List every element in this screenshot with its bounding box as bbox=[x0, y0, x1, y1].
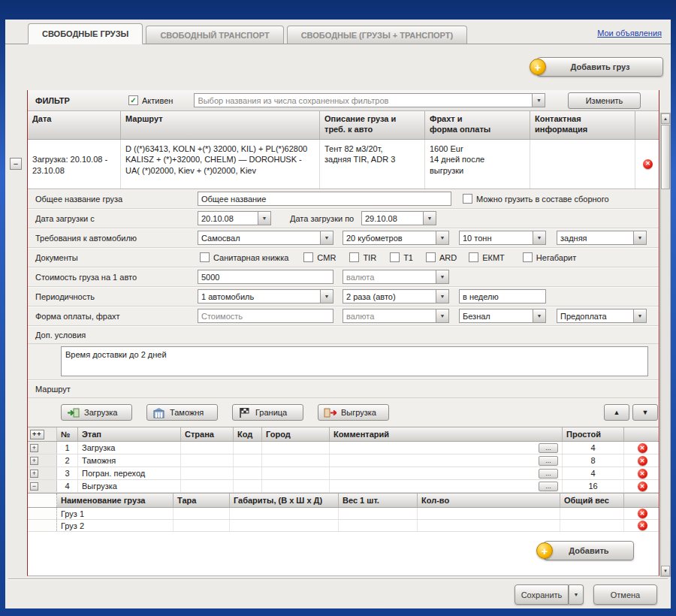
add-customs-stage-button[interactable]: Таможня bbox=[146, 404, 218, 421]
doc-oversize-checkbox[interactable] bbox=[523, 252, 533, 262]
my-ads-link[interactable]: Мои объявления bbox=[597, 29, 662, 38]
conditions-textarea[interactable]: Время доставки до 2 дней bbox=[61, 346, 648, 376]
delete-icon[interactable]: ✕ bbox=[638, 521, 647, 530]
cargo-row[interactable]: Груз 2 ✕ bbox=[28, 520, 659, 532]
cargo-col-tare[interactable]: Тара bbox=[174, 494, 230, 507]
doc-ekmt-checkbox[interactable] bbox=[469, 252, 478, 262]
route-col-city[interactable]: Город bbox=[262, 427, 330, 441]
add-loading-stage-button[interactable]: Загрузка bbox=[61, 404, 132, 421]
vehicle-loading-dropdown[interactable]: задняя ▼ bbox=[557, 231, 647, 245]
route-row[interactable]: + 2 Таможня ... 8 ✕ bbox=[28, 454, 659, 467]
save-button[interactable]: Сохранить bbox=[515, 584, 569, 605]
vertical-scrollbar[interactable]: ▲ ▼ bbox=[660, 113, 671, 577]
delete-icon[interactable]: ✕ bbox=[638, 469, 647, 479]
comment-browse-button[interactable]: ... bbox=[539, 469, 558, 479]
scroll-up-button[interactable]: ▲ bbox=[661, 113, 670, 124]
tab-free-cargo[interactable]: СВОБОДНЫЕ ГРУЗЫ bbox=[28, 23, 143, 44]
expand-row-button[interactable]: + bbox=[30, 444, 38, 452]
payment-prepay-dropdown[interactable]: Предоплата ▼ bbox=[557, 309, 647, 323]
filter-preset-value: Выбор названия из числа сохраненных филь… bbox=[195, 94, 532, 107]
comment-browse-button[interactable]: ... bbox=[539, 456, 558, 466]
delete-icon[interactable]: ✕ bbox=[638, 443, 647, 453]
cost-input[interactable] bbox=[198, 270, 333, 284]
tab-free-both[interactable]: СВОБОДНЫЕ (ГРУЗЫ + ТРАНСПОРТ) bbox=[287, 26, 468, 44]
periodicity-times-dropdown[interactable]: 2 раза (авто) ▼ bbox=[343, 289, 449, 303]
route-row[interactable]: + 3 Погран. переход ... 4 ✕ bbox=[28, 467, 659, 480]
doc-tir-checkbox[interactable] bbox=[349, 252, 359, 262]
cargo-col-dims[interactable]: Габариты, (В х Ш х Д) bbox=[230, 494, 339, 507]
collapse-row-button[interactable]: − bbox=[10, 158, 22, 170]
payment-method-dropdown[interactable]: Безнал ▼ bbox=[459, 309, 546, 323]
tab-free-transport[interactable]: СВОБОДНЫЙ ТРАНСПОРТ bbox=[146, 26, 283, 44]
expand-row-button[interactable]: + bbox=[30, 457, 38, 465]
periodicity-vehicles-dropdown[interactable]: 1 автомобиль ▼ bbox=[198, 289, 333, 303]
cell-num: 2 bbox=[57, 454, 78, 467]
route-col-code[interactable]: Код bbox=[234, 427, 262, 441]
route-col-stage[interactable]: Этап bbox=[78, 427, 181, 441]
vehicle-weight-dropdown[interactable]: 10 тонн ▼ bbox=[459, 231, 546, 245]
cargo-row[interactable]: Груз 1 ✕ bbox=[28, 508, 659, 520]
delete-icon[interactable]: ✕ bbox=[638, 509, 647, 518]
cargo-col-qty[interactable]: Кол-во bbox=[418, 494, 560, 507]
date-to-dropdown[interactable]: 29.10.08 ▼ bbox=[361, 211, 436, 225]
periodicity-per-input[interactable] bbox=[459, 289, 546, 303]
delete-icon[interactable]: ✕ bbox=[638, 482, 647, 491]
vehicle-type-dropdown[interactable]: Самосвал ▼ bbox=[198, 231, 333, 245]
cost-currency-dropdown[interactable]: валюта ▼ bbox=[343, 270, 449, 284]
active-checkbox[interactable]: ✓ bbox=[128, 95, 138, 105]
comment-browse-button[interactable]: ... bbox=[539, 443, 558, 453]
composite-checkbox[interactable] bbox=[463, 194, 472, 204]
column-header-route[interactable]: Маршрут bbox=[121, 111, 320, 139]
arrow-down-icon: ▼ bbox=[642, 409, 649, 416]
route-col-idle[interactable]: Простой bbox=[563, 427, 624, 441]
route-row[interactable]: + 1 Загрузка ... 4 ✕ bbox=[28, 442, 659, 454]
comment-browse-button[interactable]: ... bbox=[539, 482, 558, 491]
expand-cell: + bbox=[28, 454, 57, 467]
chevron-down-icon: ▼ bbox=[633, 231, 646, 244]
cargo-col-total-weight[interactable]: Общий вес bbox=[560, 494, 624, 507]
add-cargo-item-button[interactable]: + Добавить bbox=[544, 541, 634, 560]
column-header-contact[interactable]: Контактная информация bbox=[530, 111, 635, 139]
cargo-name-label: Общее название груза bbox=[35, 195, 198, 204]
cell-num: 3 bbox=[57, 467, 78, 479]
scroll-down-button[interactable]: ▼ bbox=[661, 566, 670, 576]
border-flag-icon bbox=[238, 407, 251, 418]
expand-all-button[interactable]: ++ bbox=[30, 430, 44, 439]
move-up-button[interactable]: ▲ bbox=[604, 404, 629, 421]
cargo-col-name[interactable]: Наименование груза bbox=[57, 494, 174, 507]
cell-city bbox=[262, 480, 330, 492]
cargo-col-unit-weight[interactable]: Вес 1 шт. bbox=[339, 494, 418, 507]
column-header-freight[interactable]: Фрахт и форма оплаты bbox=[425, 111, 530, 139]
payment-currency-dropdown[interactable]: валюта ▼ bbox=[343, 309, 449, 323]
add-border-stage-button[interactable]: Граница bbox=[232, 404, 303, 421]
payment-cost-input[interactable] bbox=[198, 309, 333, 323]
vehicle-volume-dropdown[interactable]: 20 кубометров ▼ bbox=[343, 231, 449, 245]
doc-t1-checkbox[interactable] bbox=[390, 252, 400, 262]
route-row[interactable]: − 4 Выгрузка ... 16 ✕ bbox=[28, 480, 659, 493]
delete-icon[interactable]: ✕ bbox=[638, 456, 647, 466]
date-from-dropdown[interactable]: 20.10.08 ▼ bbox=[198, 211, 271, 225]
cancel-button[interactable]: Отмена bbox=[593, 584, 657, 605]
move-down-button[interactable]: ▼ bbox=[632, 404, 658, 421]
route-col-num[interactable]: № bbox=[57, 427, 78, 441]
chevron-down-icon: ▼ bbox=[436, 290, 448, 303]
doc-cmr-checkbox[interactable] bbox=[303, 252, 313, 262]
column-header-description[interactable]: Описание груза и треб. к авто bbox=[320, 111, 425, 139]
save-options-button[interactable]: ▼ bbox=[569, 584, 584, 605]
add-unloading-stage-button[interactable]: Выгрузка bbox=[318, 404, 389, 421]
cargo-list-row[interactable]: Загрузка: 20.10.08 - 23.10.08 20.10.08 D… bbox=[28, 140, 659, 189]
edit-filter-button[interactable]: Изменить bbox=[568, 92, 641, 109]
scrollbar-thumb[interactable] bbox=[661, 125, 670, 189]
cargo-name-input[interactable] bbox=[198, 192, 451, 206]
route-col-comment[interactable]: Комментарий bbox=[330, 427, 563, 441]
doc-sanitary-checkbox[interactable] bbox=[200, 252, 210, 262]
expand-row-button[interactable]: + bbox=[30, 470, 38, 478]
add-cargo-button[interactable]: + Добавить груз bbox=[537, 57, 663, 77]
collapse-row-button[interactable]: − bbox=[30, 482, 38, 491]
filter-preset-dropdown[interactable]: Выбор названия из числа сохраненных филь… bbox=[194, 93, 545, 107]
delete-icon[interactable]: ✕ bbox=[643, 159, 653, 169]
column-header-date[interactable]: Дата bbox=[28, 111, 121, 139]
doc-ard-label: ARD bbox=[439, 253, 457, 262]
doc-ard-checkbox[interactable] bbox=[426, 252, 436, 262]
route-col-country[interactable]: Страна bbox=[181, 427, 234, 441]
